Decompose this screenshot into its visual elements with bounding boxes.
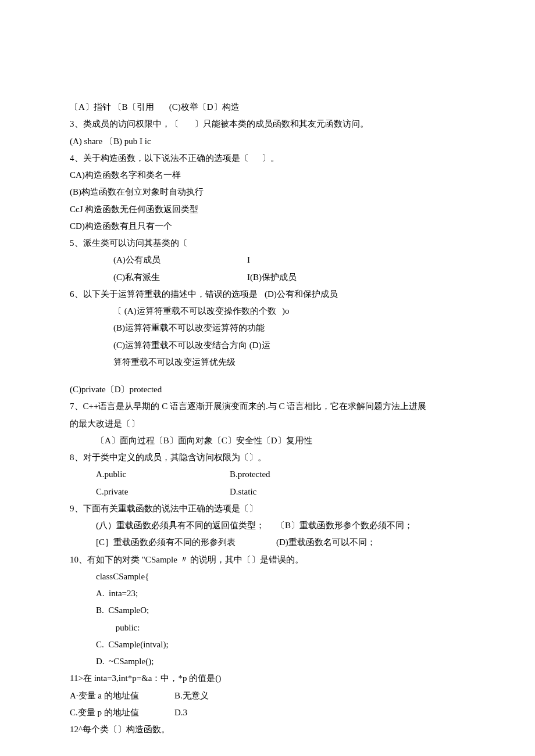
q8-option-b: B.protected	[230, 466, 270, 483]
q4-option-c: CcJ 构造函数无任何函数返回类型	[70, 201, 465, 218]
q9-option-b: 〔B〕重载函数形参个数必须不同；	[276, 517, 413, 534]
q10-stem: 10、有如下的对类 "CSample 〃 的说明，其中〔〕是错误的。	[70, 551, 465, 568]
q4-option-a: CA)构造函数名字和类名一样	[70, 167, 465, 184]
q10-code-a: A. inta=23;	[70, 585, 465, 602]
q6-option-c: (C)运算符重载不可以改变结合方向 (D)运	[70, 337, 465, 354]
q5-stem: 5、派生类可以访问其基类的〔	[70, 235, 465, 252]
q8-option-a: A.public	[96, 466, 230, 483]
q2-options: 〔A〕指针 〔B〔引用 (C)枚举〔D〕构造	[70, 99, 465, 116]
q9-row2: [C］重载函数必须有不同的形参列表 (D)重载函数名可以不同；	[70, 534, 465, 551]
q9-option-a: (八）重载函数必须具有不同的返回值类型；	[96, 517, 276, 534]
q5-option-a: (A)公有成员	[113, 252, 247, 268]
q9-option-c: [C］重载函数必须有不同的形参列表	[96, 534, 276, 551]
q6-stray: )o	[282, 303, 290, 320]
q3-options-cd: (C)private〔D〕protected	[70, 381, 465, 398]
q9-option-d: (D)重载函数名可以不同；	[276, 534, 376, 551]
document-page: 〔A〕指针 〔B〔引用 (C)枚举〔D〕构造 3、类成员的访问权限中，〔 〕只能…	[0, 0, 535, 756]
q11-option-a: A·变量 a 的地址值	[70, 687, 174, 704]
q7-stem-2: 的最大改进是〔〕	[70, 415, 465, 432]
q5-option-b: I(B)保护成员	[247, 269, 297, 286]
q4-option-b: (B)构造函数在创立对象时自动执行	[70, 184, 465, 200]
q5-option-c: (C)私有派生	[113, 269, 247, 286]
q5-option-d: (D)公有和保护成员	[265, 286, 338, 303]
q11-stem: 11>在 inta=3,int*p=&a：中，*p 的值是()	[70, 670, 465, 687]
q8-stem: 8、对于类中定义的成员，其隐含访问权限为〔〕。	[70, 449, 465, 466]
q6-option-b: (B)运算符重载不可以改变运算符的功能	[70, 320, 465, 336]
q9-row1: (八）重载函数必须具有不同的返回值类型； 〔B〕重载函数形参个数必须不同；	[70, 517, 465, 534]
q8-option-d: D.static	[230, 483, 256, 500]
q11-row2: C.变量 p 的地址值 D.3	[70, 704, 465, 721]
q3-stem: 3、类成员的访问权限中，〔 〕只能被本类的成员函数和其友元函数访问。	[70, 116, 465, 132]
q3-options: (A) share 〔B) pub I ic	[70, 133, 465, 150]
q6-option-a: 〔 (A)运算符重载不可以改变操作数的个数	[113, 303, 282, 320]
q10-code-1: classCSample{	[70, 568, 465, 585]
q10-code-d: D. ~CSample();	[70, 653, 465, 670]
q7-options: 〔A〕面向过程〔B〕面向对象〔C〕安全性〔D〕复用性	[70, 432, 465, 449]
q11-option-d: D.3	[174, 704, 187, 721]
q4-stem: 4、关于构造函数，以下说法不正确的选项是〔 〕。	[70, 150, 465, 167]
q4-option-d: CD)构造函数有且只有一个	[70, 218, 465, 235]
q8-row2: C.private D.static	[70, 483, 465, 500]
q12-stem: 12^每个类〔〕构造函数。	[70, 721, 465, 738]
q9-stem: 9、下面有关重载函数的说法中正确的选项是〔〕	[70, 500, 465, 517]
q8-row1: A.public B.protected	[70, 466, 465, 483]
q10-code-b: B. CSampleO;	[70, 602, 465, 619]
q6-row-a: 〔 (A)运算符重载不可以改变操作数的个数 )o	[70, 303, 465, 320]
q7-stem-1: 7、C++语言是从早期的 C 语言逐渐开展演变而来的.与 C 语言相比，它在求解…	[70, 398, 465, 415]
q6-option-d: 算符重载不可以改变运算优先级	[70, 354, 465, 371]
q11-row1: A·变量 a 的地址值 B.无意义	[70, 687, 465, 704]
q5-stray-i: I	[247, 252, 250, 268]
q10-code-public: public:	[70, 619, 465, 636]
q5-row1: (A)公有成员 I	[70, 252, 465, 268]
q11-option-c: C.变量 p 的地址值	[70, 704, 174, 721]
q8-option-c: C.private	[96, 483, 230, 500]
q10-code-c: C. CSample(intval);	[70, 636, 465, 653]
q6-stem-row: 6、以下关于运算符重载的描述中，错误的选项是 (D)公有和保护成员	[70, 286, 465, 303]
q11-option-b: B.无意义	[174, 687, 209, 704]
q6-stem: 6、以下关于运算符重载的描述中，错误的选项是	[70, 286, 265, 303]
q5-row2: (C)私有派生 I(B)保护成员	[70, 269, 465, 286]
